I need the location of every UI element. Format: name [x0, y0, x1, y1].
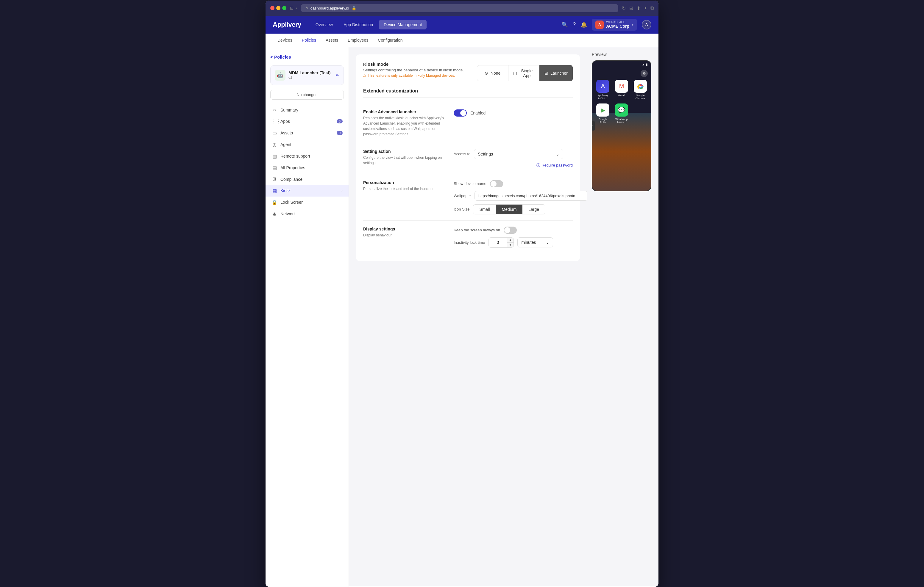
preview-panel: Preview ▲ ▮ ⚙ A Appliver [587, 47, 658, 587]
kiosk-launcher-button[interactable]: ⊞ Launcher [540, 65, 573, 81]
icon-size-label: Icon Size [454, 207, 469, 211]
workspace-name: ACME Corp [606, 24, 629, 28]
header-actions: 🔍 ? 🔔 A WORKSPACE ACME Corp ▾ A [561, 19, 651, 31]
app-item-applivery: A Applivery MDM ... [596, 80, 610, 100]
lock-icon: 🔒 [351, 6, 356, 10]
help-icon[interactable]: ? [573, 21, 576, 28]
gmail-icon: M [615, 80, 628, 93]
nav-app-distribution[interactable]: App Distribution [339, 20, 378, 30]
show-device-name-toggle[interactable] [490, 180, 503, 187]
advanced-launcher-desc: Replaces the native kiosk launcher with … [363, 115, 447, 137]
tab-policies[interactable]: Policies [297, 34, 321, 47]
chrome-icon [634, 80, 647, 93]
minimize-button[interactable] [276, 6, 280, 10]
warning-text: This feature is only available in Fully … [368, 74, 455, 77]
workspace-badge[interactable]: A WORKSPACE ACME Corp ▾ [592, 19, 637, 31]
inactivity-lock-value[interactable] [489, 238, 507, 247]
close-button[interactable] [270, 6, 274, 10]
setting-action-desc: Configure the view that will open when t… [363, 155, 447, 166]
tab-configuration[interactable]: Configuration [373, 34, 407, 47]
nav-overview[interactable]: Overview [311, 20, 338, 30]
wallpaper-row: Wallpaper [454, 191, 587, 201]
display-settings-desc: Display behaviour. [363, 233, 447, 238]
kiosk-single-app-button[interactable]: ▢ Single App [508, 65, 540, 81]
maximize-button[interactable] [282, 6, 286, 10]
icon-size-small[interactable]: Small [473, 205, 496, 214]
sidebar-item-summary[interactable]: ○ Summary [266, 104, 348, 116]
avatar[interactable]: A [642, 20, 651, 30]
access-to-value: Settings [478, 152, 493, 156]
inactivity-lock-input[interactable]: ▲ ▼ [488, 237, 514, 248]
policy-name: MDM Launcher (Test) [289, 71, 333, 75]
apps-icon: ⋮⋮ [272, 118, 277, 124]
tabs-icon[interactable]: ⧉ [650, 5, 654, 11]
kiosk-none-button[interactable]: ⊘ None [477, 65, 508, 81]
device-status-bar: ▲ ▮ [592, 61, 651, 68]
single-app-icon: ▢ [513, 71, 517, 76]
applivery-label: Applivery MDM ... [596, 94, 610, 100]
share-icon[interactable]: ⬆ [637, 5, 640, 11]
edit-icon[interactable]: ✏ [336, 73, 339, 77]
app-item-whatsapp: 💬 WhatsApp Mess... [614, 104, 629, 124]
sidebar-item-label: Apps [280, 119, 290, 124]
icon-size-medium[interactable]: Medium [496, 205, 523, 214]
reload-icon[interactable]: ↻ [622, 5, 626, 11]
info-icon: ⓘ [536, 163, 540, 168]
reader-icon[interactable]: ⊟ [629, 5, 633, 11]
show-device-name-row: Show device name [454, 180, 587, 187]
new-tab-icon[interactable]: + [644, 5, 647, 11]
setting-action-info: Setting action Configure the view that w… [363, 149, 447, 166]
access-to-select[interactable]: Settings ⌄ [474, 149, 563, 159]
advanced-launcher-control: Enabled [454, 109, 573, 117]
none-icon: ⊘ [485, 71, 488, 76]
access-to-label: Access to [454, 152, 470, 156]
personalization-row: Personalization Personalize the look and… [363, 174, 573, 220]
require-password-link[interactable]: ⓘ Require password [536, 163, 573, 168]
sidebar-item-lock-screen[interactable]: 🔒 Lock Screen [266, 197, 348, 208]
agent-icon: ◎ [272, 142, 277, 148]
extended-customization-section: Extended customization Enable Advanced l… [363, 88, 573, 254]
icon-size-large[interactable]: Large [522, 205, 545, 214]
inactivity-unit-select[interactable]: minutes ⌄ [517, 237, 553, 247]
sidebar-item-network[interactable]: ◉ Network [266, 208, 348, 220]
sidebar-item-apps[interactable]: ⋮⋮ Apps 6 [266, 116, 348, 127]
window-switcher-icon[interactable]: ⊡ [290, 6, 294, 10]
display-settings-row: Display settings Display behaviour. Keep… [363, 220, 573, 254]
wallpaper-input[interactable] [475, 191, 587, 201]
number-arrows: ▲ ▼ [507, 238, 513, 247]
policy-card: 🤖 MDM Launcher (Test) v4 ✏ [270, 66, 344, 85]
sidebar-item-all-properties[interactable]: ▤ All Properties [266, 162, 348, 174]
chevron-down-icon: ⌄ [546, 240, 549, 245]
increment-button[interactable]: ▲ [507, 238, 513, 243]
setting-action-control: Access to Settings ⌄ ⓘ Require password [454, 149, 573, 168]
kiosk-mode-buttons: ⊘ None ▢ Single App ⊞ Launcher [477, 65, 573, 81]
back-icon[interactable]: ‹ [296, 6, 297, 10]
sidebar-item-label: Network [280, 211, 295, 216]
browser-chrome: ⊡ ‹ A dashboard.applivery.io 🔒 ↻ ⊟ ⬆ + ⧉ [266, 1, 658, 16]
sidebar-item-agent[interactable]: ◎ Agent [266, 139, 348, 150]
tab-devices[interactable]: Devices [273, 34, 297, 47]
status-icons: ▲ ▮ [642, 63, 648, 66]
sidebar-item-assets[interactable]: ▭ Assets 0 [266, 127, 348, 139]
app-logo: Applivery [273, 21, 301, 28]
no-changes-button[interactable]: No changes [270, 90, 344, 100]
sidebar-item-remote-support[interactable]: ▤ Remote support [266, 150, 348, 162]
notification-icon[interactable]: 🔔 [581, 21, 587, 28]
search-icon[interactable]: 🔍 [561, 21, 568, 28]
workspace-logo: A [596, 21, 604, 29]
decrement-button[interactable]: ▼ [507, 243, 513, 247]
nav-device-management[interactable]: Device Management [379, 20, 427, 30]
sidebar-item-kiosk[interactable]: ▦ Kiosk › [266, 185, 348, 197]
tab-assets[interactable]: Assets [321, 34, 343, 47]
kiosk-warning: ⚠ This feature is only available in Full… [363, 74, 464, 77]
advanced-launcher-toggle[interactable] [454, 109, 467, 117]
sidebar-item-compliance[interactable]: ⛨ Compliance [266, 174, 348, 185]
policies-back-button[interactable]: < Policies [266, 52, 348, 62]
sidebar-item-label: All Properties [280, 165, 305, 170]
tab-employees[interactable]: Employees [343, 34, 373, 47]
show-device-name-label: Show device name [454, 181, 487, 186]
sidebar-item-label: Remote support [280, 154, 310, 158]
app-item-gmail: M Gmail [614, 80, 629, 100]
address-bar[interactable]: A dashboard.applivery.io 🔒 [301, 4, 618, 12]
keep-screen-on-toggle[interactable] [504, 227, 517, 234]
